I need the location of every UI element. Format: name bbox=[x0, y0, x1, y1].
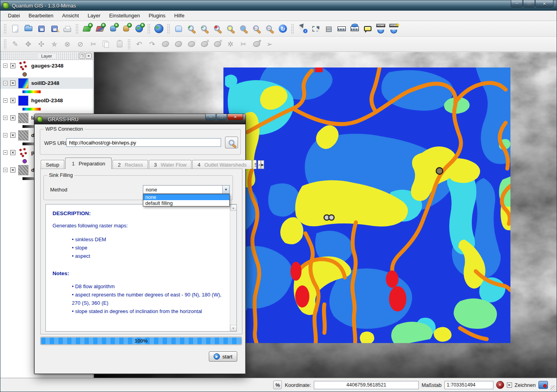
expand-toggle-icon[interactable] bbox=[3, 168, 8, 172]
stop-rendering-icon[interactable]: ✕ bbox=[496, 381, 504, 389]
close-panel-icon[interactable]: ✕ bbox=[86, 53, 92, 59]
cut-features-icon[interactable]: ✂ bbox=[87, 38, 99, 50]
layer-visibility-checkbox[interactable]: ✕ bbox=[10, 150, 15, 155]
expand-toggle-icon[interactable] bbox=[3, 133, 8, 137]
layer-panel-header[interactable]: Layer ❐ ✕ bbox=[0, 52, 93, 60]
zoom-full-extent-icon[interactable]: ✚ bbox=[212, 23, 224, 35]
wps-url-input[interactable] bbox=[66, 138, 221, 147]
method-dropdown[interactable]: none ▼ bbox=[143, 185, 230, 194]
render-checkbox[interactable]: ✕ bbox=[507, 383, 512, 388]
menu-plugins[interactable]: Plugins bbox=[144, 11, 170, 20]
paste-features-icon[interactable] bbox=[113, 38, 126, 50]
tab-preparation[interactable]: 1Preparation bbox=[65, 158, 112, 169]
add-postgis-layer-icon[interactable]: + bbox=[107, 23, 119, 35]
tab-reclass[interactable]: 2Reclass bbox=[113, 160, 148, 169]
dropdown-arrow-icon[interactable]: ▼ bbox=[222, 186, 229, 193]
delete-selected-icon[interactable]: ⊘ bbox=[74, 38, 86, 50]
crs-status-icon[interactable] bbox=[538, 381, 548, 389]
menu-datei[interactable]: Datei bbox=[4, 11, 24, 20]
layer-visibility-checkbox[interactable]: ✕ bbox=[10, 133, 15, 138]
open-project-icon[interactable] bbox=[22, 23, 34, 35]
save-project-icon[interactable] bbox=[35, 23, 47, 35]
expand-toggle-icon[interactable] bbox=[3, 98, 8, 103]
layer-visibility-checkbox[interactable]: ✕ bbox=[10, 167, 15, 173]
delete-vertex-icon[interactable]: ⊗ bbox=[61, 38, 73, 50]
maptips-icon[interactable] bbox=[362, 23, 374, 35]
new-project-icon[interactable] bbox=[9, 23, 21, 35]
simplify-feature-icon[interactable] bbox=[159, 38, 171, 50]
add-ring-icon[interactable] bbox=[172, 38, 184, 50]
tab-more[interactable]: 5 bbox=[253, 160, 257, 169]
tab-scroll-right-icon[interactable]: ▶ bbox=[261, 160, 264, 169]
move-feature-icon[interactable]: ✥ bbox=[22, 38, 34, 50]
layer-visibility-checkbox[interactable]: ✕ bbox=[10, 81, 15, 86]
redo-icon[interactable]: ↷ bbox=[146, 38, 158, 50]
tab-outlet-watersheds[interactable]: 4Outlet Watersheds bbox=[192, 160, 251, 169]
mouse-position-toggle-icon[interactable]: % bbox=[273, 381, 282, 389]
open-attribute-table-icon[interactable]: ▤ bbox=[323, 23, 335, 35]
add-database-layer-icon[interactable]: + bbox=[120, 23, 132, 35]
reshape-features-icon[interactable]: ✲ bbox=[224, 38, 236, 50]
scroll-down-icon[interactable]: ▼ bbox=[230, 325, 237, 331]
copy-features-icon[interactable] bbox=[100, 38, 113, 50]
measure-line-icon[interactable] bbox=[336, 23, 348, 35]
print-composer-icon[interactable] bbox=[61, 23, 73, 35]
wps-connect-button[interactable] bbox=[225, 137, 238, 148]
capture-point-icon[interactable]: ✯ bbox=[48, 38, 60, 50]
measure-area-icon[interactable] bbox=[349, 23, 361, 35]
layer-item-hgeoid-2348[interactable]: ✕hgeoID-2348 bbox=[0, 95, 93, 106]
zoom-last-icon[interactable]: ← bbox=[251, 23, 263, 35]
dialog-close-button[interactable]: ✕ bbox=[227, 114, 243, 120]
layer-item-gauges-2348[interactable]: ✕gauges-2348 bbox=[0, 60, 93, 71]
move-vertex-icon[interactable]: ✣ bbox=[35, 38, 47, 50]
float-panel-icon[interactable]: ❐ bbox=[79, 53, 85, 59]
dialog-minimize-button[interactable]: ─ bbox=[205, 114, 216, 120]
refresh-map-icon[interactable]: ↻ bbox=[277, 23, 289, 35]
close-button[interactable]: ✕ bbox=[535, 0, 553, 8]
minimize-button[interactable]: ─ bbox=[511, 0, 523, 8]
layer-visibility-checkbox[interactable]: ✕ bbox=[10, 98, 15, 103]
expand-toggle-icon[interactable] bbox=[3, 81, 8, 85]
menu-ansicht[interactable]: Ansicht bbox=[58, 11, 83, 20]
split-features-icon[interactable]: ✂ bbox=[237, 38, 249, 50]
scroll-up-icon[interactable]: ▲ bbox=[230, 204, 237, 211]
scale-input[interactable]: 1:703351494 bbox=[444, 381, 493, 389]
coordinate-input[interactable]: 4406759,5618521 bbox=[314, 381, 419, 389]
resize-grip[interactable] bbox=[550, 385, 556, 391]
expand-toggle-icon[interactable] bbox=[3, 64, 8, 68]
save-project-as-icon[interactable]: ✎ bbox=[48, 23, 60, 35]
show-bookmarks-icon[interactable]: HOME bbox=[375, 23, 387, 35]
menu-bearbeiten[interactable]: Bearbeiten bbox=[24, 11, 58, 20]
dialog-maximize-button[interactable]: □ bbox=[216, 114, 227, 120]
titlebar[interactable]: Quantum GIS - 1.3.0-Mimas ─ □ ✕ bbox=[0, 0, 557, 11]
description-scrollbar[interactable]: ▲ ▼ bbox=[230, 204, 236, 331]
tab-scroll-left-icon[interactable]: ◀ bbox=[258, 160, 261, 169]
layer-visibility-checkbox[interactable]: ✕ bbox=[10, 63, 15, 68]
dropdown-option-default-filling[interactable]: default filling bbox=[143, 200, 229, 206]
soil-raster-layer[interactable] bbox=[223, 68, 510, 343]
add-vector-layer-icon[interactable]: + bbox=[81, 23, 93, 35]
maximize-button[interactable]: □ bbox=[523, 0, 535, 8]
layer-item-soilid-2348[interactable]: ✕soilID-2348 bbox=[0, 77, 93, 89]
start-button[interactable]: ▶ start bbox=[209, 351, 237, 362]
delete-ring-icon[interactable]: ✕ bbox=[198, 38, 210, 50]
add-raster-layer-icon[interactable]: + bbox=[94, 23, 106, 35]
tab-water-flow[interactable]: 3Water Flow bbox=[149, 160, 191, 169]
select-features-icon[interactable] bbox=[309, 23, 322, 35]
pan-map-icon[interactable] bbox=[173, 23, 185, 35]
dialog-titlebar[interactable]: GRASS-HRU ─ □ ✕ bbox=[34, 114, 246, 124]
tab-setup[interactable]: Setup bbox=[41, 160, 64, 169]
new-bookmark-icon[interactable]: HOME★ bbox=[388, 23, 400, 35]
node-tool-icon[interactable]: ➢ bbox=[263, 38, 276, 50]
add-part-icon[interactable]: ◌ bbox=[185, 38, 197, 50]
zoom-out-icon[interactable]: − bbox=[199, 23, 211, 35]
menu-einstellungen[interactable]: Einstellungen bbox=[105, 11, 144, 20]
zoom-in-icon[interactable]: + bbox=[186, 23, 198, 35]
undo-icon[interactable]: ↶ bbox=[133, 38, 145, 50]
zoom-next-icon[interactable]: → bbox=[264, 23, 276, 35]
merge-features-icon[interactable]: ★ bbox=[250, 38, 263, 50]
toggle-editing-icon[interactable]: ✎ bbox=[9, 38, 21, 50]
menu-hilfe[interactable]: Hilfe bbox=[170, 11, 189, 20]
layer-visibility-checkbox[interactable]: ✕ bbox=[10, 115, 15, 120]
identify-features-icon[interactable]: i bbox=[296, 23, 309, 35]
